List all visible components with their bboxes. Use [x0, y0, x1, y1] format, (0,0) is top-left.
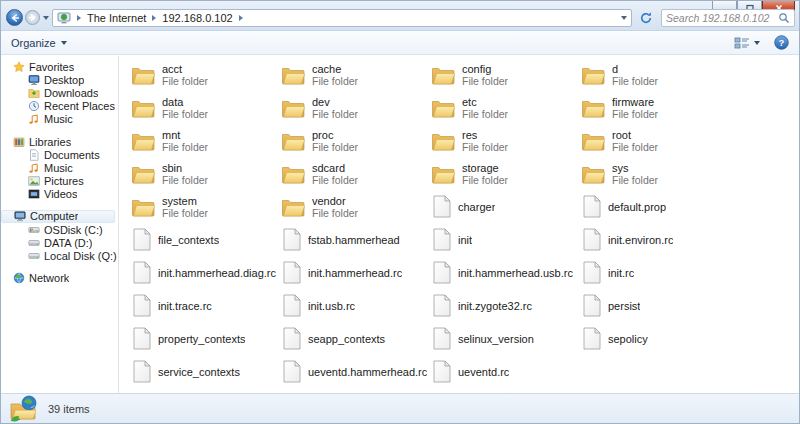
search-icon[interactable] [778, 12, 790, 24]
grid-item-seapp-contexts[interactable]: seapp_contexts [281, 322, 431, 355]
grid-item-init-rc[interactable]: init.rc [581, 256, 731, 289]
sidebar-item-libraries[interactable]: Libraries [1, 135, 118, 148]
sidebar-item-downloads[interactable]: Downloads [1, 86, 118, 99]
back-button[interactable] [6, 9, 23, 26]
sidebar-item-documents[interactable]: Documents [1, 148, 118, 161]
grid-item-sdcard[interactable]: sdcardFile folder [281, 157, 431, 190]
folder-icon [281, 65, 305, 85]
sidebar-item-network[interactable]: Network [1, 272, 118, 285]
item-name: vendor [312, 195, 358, 207]
item-name: init.rc [608, 267, 634, 279]
breadcrumb-root[interactable]: The Internet [85, 12, 148, 24]
grid-item-config[interactable]: configFile folder [431, 58, 581, 91]
grid-item-init-hammerhead-usb-rc[interactable]: init.hammerhead.usb.rc [431, 256, 581, 289]
grid-item-firmware[interactable]: firmwareFile folder [581, 91, 731, 124]
change-view-button[interactable] [734, 37, 760, 49]
refresh-button[interactable] [637, 10, 654, 26]
grid-item-cache[interactable]: cacheFile folder [281, 58, 431, 91]
item-type-label: File folder [312, 141, 358, 153]
sidebar-item-local-disk-q[interactable]: Local Disk (Q:) [1, 249, 118, 262]
item-type-label: File folder [162, 207, 208, 219]
grid-item-mnt[interactable]: mntFile folder [131, 124, 281, 157]
back-arrow-icon [9, 12, 21, 24]
grid-item-default-prop[interactable]: default.prop [581, 190, 731, 223]
sidebar-item-pictures[interactable]: Pictures [1, 175, 118, 188]
sidebar-item-data-d[interactable]: DATA (D:) [1, 236, 118, 249]
address-bar[interactable]: The Internet 192.168.0.102 [52, 9, 632, 27]
grid-item-ueventd-hammerhead-rc[interactable]: ueventd.hammerhead.rc [281, 355, 431, 388]
file-icon [133, 294, 151, 317]
file-icon [133, 228, 151, 251]
folder-icon [581, 65, 605, 85]
grid-item-init-hammerhead-rc[interactable]: init.hammerhead.rc [281, 256, 431, 289]
grid-item-init-hammerhead-diag-rc[interactable]: init.hammerhead.diag.rc [131, 256, 281, 289]
sidebar-item-recent-places[interactable]: Recent Places [1, 100, 118, 113]
grid-item-dev[interactable]: devFile folder [281, 91, 431, 124]
search-input[interactable] [666, 12, 778, 24]
grid-item-root[interactable]: rootFile folder [581, 124, 731, 157]
item-count-label: 39 items [48, 403, 90, 415]
grid-item-persist[interactable]: persist [581, 289, 731, 322]
sidebar-item-favorites[interactable]: Favorites [1, 60, 118, 73]
help-button[interactable]: ? [774, 35, 789, 50]
grid-item-init-zygote32-rc[interactable]: init.zygote32.rc [431, 289, 581, 322]
file-icon [433, 360, 451, 383]
command-toolbar: Organize ? [1, 31, 799, 55]
sidebar-item-osdisk-c[interactable]: OSDisk (C:) [1, 223, 118, 236]
grid-item-acct[interactable]: acctFile folder [131, 58, 281, 91]
forward-button[interactable] [25, 10, 40, 25]
grid-item-init-trace-rc[interactable]: init.trace.rc [131, 289, 281, 322]
breadcrumb-separator-icon [152, 15, 156, 21]
grid-item-proc[interactable]: procFile folder [281, 124, 431, 157]
music-icon [28, 162, 40, 174]
grid-item-fstab-hammerhead[interactable]: fstab.hammerhead [281, 223, 431, 256]
sidebar-item-videos[interactable]: Videos [1, 188, 118, 201]
disk-icon [28, 237, 40, 249]
forward-arrow-icon [27, 12, 38, 23]
item-type-label: File folder [612, 75, 658, 87]
grid-item-sepolicy[interactable]: sepolicy [581, 322, 731, 355]
breadcrumb-location[interactable]: 192.168.0.102 [160, 12, 234, 24]
item-name: init.hammerhead.usb.rc [458, 267, 573, 279]
refresh-icon [639, 11, 653, 25]
sidebar-item-desktop[interactable]: Desktop [1, 73, 118, 86]
grid-item-charger[interactable]: charger [431, 190, 581, 223]
document-icon [28, 149, 40, 161]
grid-item-res[interactable]: resFile folder [431, 124, 581, 157]
grid-item-system[interactable]: systemFile folder [131, 190, 281, 223]
grid-item-sbin[interactable]: sbinFile folder [131, 157, 281, 190]
history-dropdown-icon[interactable] [43, 16, 49, 20]
item-name: init [458, 234, 472, 246]
file-icon [583, 228, 601, 251]
grid-item-service-contexts[interactable]: service_contexts [131, 355, 281, 388]
grid-item-init-usb-rc[interactable]: init.usb.rc [281, 289, 431, 322]
sidebar-item-music[interactable]: Music [1, 113, 118, 126]
sidebar-item-music[interactable]: Music [1, 161, 118, 174]
item-type-label: File folder [312, 75, 358, 87]
sidebar-item-label: Music [44, 162, 73, 174]
grid-item-property-contexts[interactable]: property_contexts [131, 322, 281, 355]
item-type-label: File folder [312, 174, 358, 186]
file-icon [583, 195, 601, 218]
grid-item-d[interactable]: dFile folder [581, 58, 731, 91]
address-dropdown-icon[interactable] [621, 16, 627, 20]
grid-item-sys[interactable]: sysFile folder [581, 157, 731, 190]
grid-item-file-contexts[interactable]: file_contexts [131, 223, 281, 256]
sidebar-item-computer[interactable]: Computer [1, 210, 115, 223]
sidebar-item-label: DATA (D:) [44, 237, 92, 249]
grid-item-storage[interactable]: storageFile folder [431, 157, 581, 190]
grid-item-data[interactable]: dataFile folder [131, 91, 281, 124]
sidebar-item-label: Downloads [44, 87, 98, 99]
grid-item-vendor[interactable]: vendorFile folder [281, 190, 431, 223]
details-pane: 39 items [1, 393, 799, 423]
grid-item-init-environ-rc[interactable]: init.environ.rc [581, 223, 731, 256]
item-name: res [462, 129, 508, 141]
item-name: root [612, 129, 658, 141]
grid-item-init[interactable]: init [431, 223, 581, 256]
grid-item-selinux-version[interactable]: selinux_version [431, 322, 581, 355]
grid-item-ueventd-rc[interactable]: ueventd.rc [431, 355, 581, 388]
organize-button[interactable]: Organize [11, 37, 67, 49]
grid-item-etc[interactable]: etcFile folder [431, 91, 581, 124]
explorer-window: The Internet 192.168.0.102 Organize [0, 0, 800, 424]
file-icon [283, 327, 301, 350]
